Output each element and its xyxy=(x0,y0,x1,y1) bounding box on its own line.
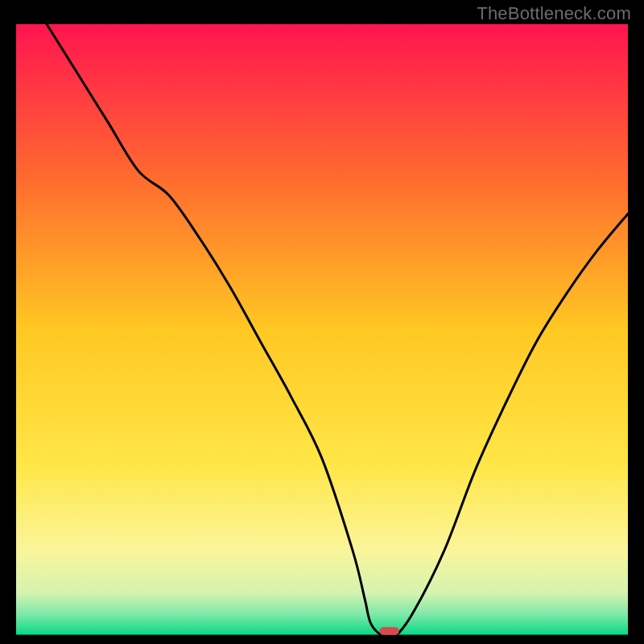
watermark-label: TheBottleneck.com xyxy=(477,3,631,24)
bottleneck-marker xyxy=(379,627,398,635)
chart-background xyxy=(16,24,628,636)
bottleneck-chart xyxy=(16,24,628,636)
chart-frame: TheBottleneck.com xyxy=(0,0,644,644)
